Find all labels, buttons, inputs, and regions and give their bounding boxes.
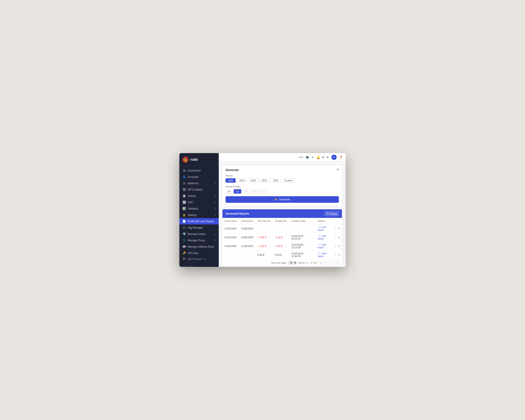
- reports-table: Period Start Period End Tax Free P/L Tax…: [223, 218, 342, 259]
- sidebar-item-staking[interactable]: 🔒 Staking ▾: [179, 212, 219, 218]
- api-keys-icon: 🔑: [182, 251, 186, 255]
- rows-per-page-select[interactable]: 10 20 50: [288, 261, 297, 265]
- load-report-button[interactable]: 📄 Load report: [318, 234, 333, 240]
- sidebar-item-balances[interactable]: ⚖ Balances ▾: [179, 180, 219, 186]
- col-taxable: Taxable P/L: [273, 218, 289, 224]
- load-report-button[interactable]: 📄 Load report: [318, 243, 333, 249]
- sidebar-item-manage-assets[interactable]: 💎 Manage Assets ▾: [179, 231, 219, 237]
- generate-button[interactable]: ⚡ Generate: [225, 196, 339, 203]
- app-container: 🦜 rotki ⊞ Dashboard 👤 Accounts ⚖ Balance…: [179, 153, 346, 267]
- last-page-button[interactable]: »: [335, 261, 340, 265]
- pnl-icon: 📄: [182, 220, 186, 223]
- cell-actions: 📄 Load report ⋮ ▾: [315, 224, 342, 233]
- col-period-end: Period End: [239, 218, 255, 224]
- top-bar-icons: </> 💻 ☀ 🔔 $ 👁 U ❓: [299, 155, 343, 160]
- period-btn-2021[interactable]: 2021: [271, 178, 281, 183]
- quarter-buttons: All Q1 Q2 Q3 Q4: [225, 189, 339, 194]
- sidebar-item-label: DeFi: [188, 201, 213, 204]
- user-avatar[interactable]: U: [331, 155, 337, 160]
- cell-creation: [289, 224, 315, 233]
- reports-panel: Generated Reports ⚙ Debug Period Start P…: [222, 209, 342, 266]
- help-icon[interactable]: ❓: [339, 156, 343, 159]
- col-tax-free: Tax Free P/L: [255, 218, 273, 224]
- next-page-button[interactable]: ›: [330, 261, 334, 265]
- sidebar-item-label: Balances: [188, 182, 213, 185]
- settings-icon[interactable]: ⚙: [337, 168, 339, 171]
- more-options-button[interactable]: ⋮: [334, 236, 337, 239]
- prev-page-button[interactable]: ‹: [324, 261, 328, 265]
- chevron-down-icon: ▾: [215, 233, 216, 235]
- period-btn-custom[interactable]: Custom: [282, 178, 295, 183]
- sidebar-item-label: Dashboard: [188, 169, 216, 172]
- sidebar-item-premium[interactable]: 🦁 rotki Premium ▴: [179, 256, 219, 262]
- chevron-down-icon: ▾: [215, 195, 216, 197]
- generate-panel: Generate ⚙ Period 2025 2024 2023 2022 20…: [222, 165, 342, 206]
- sidebar-item-label: NFTs Gallery: [188, 188, 216, 191]
- logo-text: rotki: [190, 158, 198, 162]
- period-btn-2022[interactable]: 2022: [259, 178, 269, 183]
- items-label: Items #: [298, 261, 306, 264]
- sidebar-item-label: Manage Address Book: [188, 245, 216, 248]
- theme-icon[interactable]: ☀: [311, 156, 314, 159]
- sidebar-item-pnl[interactable]: 📄 Profit and Loss Report: [179, 218, 219, 224]
- period-btn-2024[interactable]: 2024: [237, 178, 247, 183]
- items-of: of 3: [313, 261, 317, 264]
- notification-icon[interactable]: 🔔: [316, 156, 320, 159]
- expand-button[interactable]: ▾: [338, 253, 340, 256]
- sidebar-item-address-book[interactable]: 📖 Manage Address Book: [179, 243, 219, 250]
- quarter-btn-q3[interactable]: Q3: [251, 189, 259, 194]
- cell-taxable: [273, 224, 289, 233]
- more-options-button[interactable]: ⋮: [334, 227, 337, 230]
- quarter-btn-all[interactable]: All: [225, 189, 233, 194]
- more-options-button[interactable]: ⋮: [334, 244, 337, 248]
- cell-tax-free: [255, 224, 273, 233]
- sidebar-item-history[interactable]: 📋 History ▾: [179, 193, 219, 199]
- sidebar-item-label: Profit and Loss Report: [188, 220, 216, 223]
- sidebar-logo: 🦜 rotki: [179, 153, 219, 166]
- expand-button[interactable]: ▾: [338, 227, 340, 230]
- debug-button[interactable]: ⚙ Debug: [324, 211, 339, 216]
- sidebar-item-nfts[interactable]: 🖼 NFTs Gallery: [179, 186, 219, 193]
- quarter-btn-q4[interactable]: Q4: [260, 189, 267, 194]
- col-actions: Actions: [315, 218, 342, 224]
- sidebar-item-accounts[interactable]: 👤 Accounts: [179, 174, 219, 180]
- table-row: 01/01/2025 21/02/2025 + 0.83 $ -5.29 $ 2…: [223, 233, 342, 242]
- sidebar-item-defi[interactable]: 📈 DeFi ▾: [179, 199, 219, 205]
- quarter-btn-q2[interactable]: Q2: [242, 189, 250, 194]
- currency-icon[interactable]: $: [322, 156, 324, 159]
- chevron-down-icon: ▾: [215, 201, 216, 204]
- table-row: 0.00 $ 0.00 $ 21/02/2025 12:40:35 📄 Load…: [223, 251, 342, 259]
- premium-label: rotki Premium: [187, 258, 202, 260]
- expand-button[interactable]: ▾: [338, 244, 340, 248]
- sidebar-version: 1.37.2.DEV: [179, 263, 219, 267]
- code-icon[interactable]: </>: [299, 156, 303, 159]
- more-options-button[interactable]: ⋮: [334, 253, 337, 257]
- reports-table-container: Period Start Period End Tax Free P/L Tax…: [223, 218, 342, 259]
- reports-title: Generated Reports: [225, 212, 249, 215]
- sidebar-item-dashboard[interactable]: ⊞ Dashboard: [179, 167, 219, 174]
- load-report-button[interactable]: 📄 Load report: [318, 226, 333, 231]
- load-report-button[interactable]: 📄 Load report: [318, 252, 333, 257]
- tag-icon: 🏷: [182, 226, 186, 229]
- eye-icon[interactable]: 👁: [326, 156, 329, 159]
- period-btn-2023[interactable]: 2023: [248, 178, 258, 183]
- quarter-btn-q1[interactable]: Q1: [234, 189, 241, 194]
- period-btn-2025[interactable]: 2025: [225, 178, 236, 183]
- cell-period-end: [239, 251, 255, 259]
- chevron-down-icon: ▾: [215, 182, 216, 184]
- cell-period-start: 21/01/2025: [223, 224, 239, 233]
- content-area: Generate ⚙ Period 2025 2024 2023 2022 20…: [219, 161, 346, 267]
- first-page-button[interactable]: «: [318, 261, 323, 265]
- expand-button[interactable]: ▾: [338, 236, 340, 239]
- sidebar-item-api-keys[interactable]: 🔑 API Keys: [179, 250, 219, 256]
- items-range: 1 - 3: [307, 261, 312, 264]
- sidebar: 🦜 rotki ⊞ Dashboard 👤 Accounts ⚖ Balance…: [179, 153, 219, 267]
- sidebar-item-tag-manager[interactable]: 🏷 Tag Manager: [179, 224, 219, 231]
- sidebar-item-statistics[interactable]: 📊 Statistics ▾: [179, 205, 219, 212]
- device-icon[interactable]: 💻: [305, 156, 309, 159]
- generate-title: Generate: [225, 168, 339, 172]
- cell-period-start: [223, 251, 239, 259]
- sidebar-item-label: Staking: [188, 214, 213, 216]
- sidebar-item-manage-prices[interactable]: 💲 Manage Prices ▾: [179, 237, 219, 243]
- chevron-down-icon: ▾: [215, 214, 216, 216]
